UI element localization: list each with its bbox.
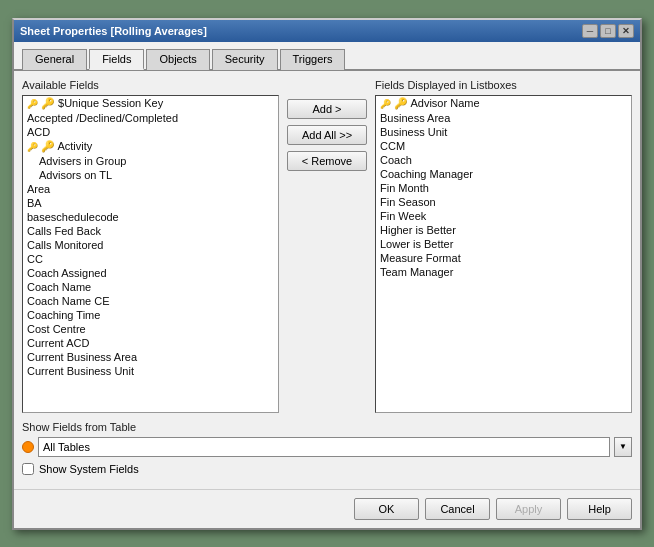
show-system-fields-label: Show System Fields	[39, 463, 139, 475]
title-bar-buttons: ─ □ ✕	[582, 24, 634, 38]
list-item[interactable]: Coach Name CE	[23, 294, 278, 308]
list-item[interactable]: Fin Week	[376, 209, 631, 223]
list-item[interactable]: Current ACD	[23, 336, 278, 350]
orange-indicator	[22, 441, 34, 453]
add-all-button[interactable]: Add All >>	[287, 125, 367, 145]
list-item[interactable]: 🔑 Advisor Name	[376, 96, 631, 111]
transfer-buttons: Add > Add All >> < Remove	[287, 79, 367, 171]
list-item[interactable]: Area	[23, 182, 278, 196]
list-item[interactable]: Measure Format	[376, 251, 631, 265]
tab-bar: General Fields Objects Security Triggers	[14, 42, 640, 71]
minimize-button[interactable]: ─	[582, 24, 598, 38]
list-item[interactable]: Accepted /Declined/Completed	[23, 111, 278, 125]
list-item[interactable]: 🔑 Activity	[23, 139, 278, 154]
footer-buttons: OK Cancel Apply Help	[14, 489, 640, 528]
list-item[interactable]: Current Business Unit	[23, 364, 278, 378]
list-item[interactable]: Team Manager	[376, 265, 631, 279]
panels-row: Available Fields 🔑 $Unique Session KeyAc…	[22, 79, 632, 413]
tab-security[interactable]: Security	[212, 49, 278, 70]
list-item[interactable]: Cost Centre	[23, 322, 278, 336]
show-system-fields-checkbox[interactable]	[22, 463, 34, 475]
list-item[interactable]: Lower is Better	[376, 237, 631, 251]
list-item[interactable]: Higher is Better	[376, 223, 631, 237]
tab-fields[interactable]: Fields	[89, 49, 144, 70]
dialog-window: Sheet Properties [Rolling Averages] ─ □ …	[12, 18, 642, 530]
window-title: Sheet Properties [Rolling Averages]	[20, 25, 207, 37]
apply-button[interactable]: Apply	[496, 498, 561, 520]
help-button[interactable]: Help	[567, 498, 632, 520]
list-item[interactable]: Fin Season	[376, 195, 631, 209]
list-item[interactable]: Calls Fed Back	[23, 224, 278, 238]
displayed-fields-label: Fields Displayed in Listboxes	[375, 79, 632, 91]
tab-triggers[interactable]: Triggers	[280, 49, 346, 70]
available-fields-label: Available Fields	[22, 79, 279, 91]
tab-general[interactable]: General	[22, 49, 87, 70]
cancel-button[interactable]: Cancel	[425, 498, 490, 520]
remove-button[interactable]: < Remove	[287, 151, 367, 171]
list-item[interactable]: Advisors on TL	[23, 168, 278, 182]
ok-button[interactable]: OK	[354, 498, 419, 520]
available-fields-list[interactable]: 🔑 $Unique Session KeyAccepted /Declined/…	[22, 95, 279, 413]
list-item[interactable]: Coaching Time	[23, 308, 278, 322]
list-item[interactable]: baseschedulecode	[23, 210, 278, 224]
list-item[interactable]: Coach Assigned	[23, 266, 278, 280]
list-item[interactable]: Advisers in Group	[23, 154, 278, 168]
list-item[interactable]: Business Area	[376, 111, 631, 125]
maximize-button[interactable]: □	[600, 24, 616, 38]
list-item[interactable]: CC	[23, 252, 278, 266]
list-item[interactable]: Current Business Area	[23, 350, 278, 364]
available-fields-panel: Available Fields 🔑 $Unique Session KeyAc…	[22, 79, 279, 413]
list-item[interactable]: Coach	[376, 153, 631, 167]
add-button[interactable]: Add >	[287, 99, 367, 119]
title-bar: Sheet Properties [Rolling Averages] ─ □ …	[14, 20, 640, 42]
list-item[interactable]: 🔑 $Unique Session Key	[23, 96, 278, 111]
dropdown-row: All Tables ▼	[22, 437, 632, 457]
show-fields-label: Show Fields from Table	[22, 421, 632, 433]
system-fields-row: Show System Fields	[22, 463, 632, 475]
list-item[interactable]: Business Unit	[376, 125, 631, 139]
bottom-section: Show Fields from Table All Tables ▼ Show…	[22, 421, 632, 475]
list-item[interactable]: BA	[23, 196, 278, 210]
list-item[interactable]: Coaching Manager	[376, 167, 631, 181]
tab-content: Available Fields 🔑 $Unique Session KeyAc…	[14, 71, 640, 483]
close-button[interactable]: ✕	[618, 24, 634, 38]
list-item[interactable]: CCM	[376, 139, 631, 153]
tab-objects[interactable]: Objects	[146, 49, 209, 70]
dropdown-arrow-button[interactable]: ▼	[614, 437, 632, 457]
list-item[interactable]: Coach Name	[23, 280, 278, 294]
list-item[interactable]: Calls Monitored	[23, 238, 278, 252]
displayed-fields-list[interactable]: 🔑 Advisor NameBusiness AreaBusiness Unit…	[375, 95, 632, 413]
list-item[interactable]: Fin Month	[376, 181, 631, 195]
list-item[interactable]: ACD	[23, 125, 278, 139]
displayed-fields-panel: Fields Displayed in Listboxes 🔑 Advisor …	[375, 79, 632, 413]
table-dropdown[interactable]: All Tables	[38, 437, 610, 457]
